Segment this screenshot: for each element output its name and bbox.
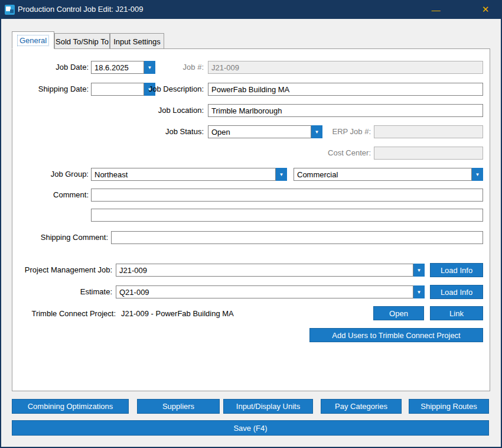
estimate-load-info-button[interactable]: Load Info	[430, 285, 483, 299]
estimate-label: Estimate:	[59, 285, 112, 298]
job-date-label: Job Date:	[24, 61, 89, 74]
save-button[interactable]: Save (F4)	[12, 420, 489, 436]
combining-optimizations-button[interactable]: Combining Optimizations	[12, 399, 129, 414]
minimize-button[interactable]: —	[422, 0, 449, 19]
project-management-job-input[interactable]	[116, 264, 413, 277]
add-users-to-trimble-connect-button[interactable]: Add Users to Trimble Connect Project	[309, 328, 483, 342]
job-date-input[interactable]	[91, 61, 144, 74]
job-description-label: Job Description:	[133, 83, 204, 96]
trimble-connect-project-label: Trimble Connect Project:	[17, 307, 116, 320]
pay-categories-button[interactable]: Pay Categories	[321, 399, 402, 414]
chevron-down-icon: ▼	[417, 290, 422, 295]
erp-job-label: ERP Job #:	[319, 125, 371, 138]
shipping-comment-input[interactable]	[111, 231, 483, 244]
minimize-icon: —	[432, 5, 441, 15]
comment-input-1[interactable]	[91, 189, 483, 202]
dialog-window: Production Control Job Edit: J21-009 — ✕…	[0, 0, 502, 448]
chevron-down-icon: ▼	[279, 172, 284, 177]
project-management-job-label: Project Management Job:	[17, 264, 112, 277]
close-icon: ✕	[482, 4, 490, 15]
shipping-comment-label: Shipping Comment:	[17, 231, 108, 244]
tab-sold-to-label: Sold To/Ship To	[56, 37, 109, 46]
job-description-input[interactable]	[208, 83, 483, 96]
shipping-routes-button[interactable]: Shipping Routes	[409, 399, 489, 414]
tab-general[interactable]: General	[12, 31, 54, 49]
job-date-dropdown-icon[interactable]: ▼	[144, 61, 155, 74]
tab-input-settings[interactable]: Input Settings	[110, 33, 164, 49]
estimate-input[interactable]	[116, 285, 413, 298]
job-location-label: Job Location:	[139, 104, 204, 117]
job-number-input	[208, 61, 483, 74]
job-number-label: Job #:	[168, 61, 204, 74]
title-bar: Production Control Job Edit: J21-009 — ✕	[0, 0, 502, 19]
cost-center-label: Cost Center:	[312, 147, 371, 160]
pm-job-load-info-button[interactable]: Load Info	[430, 263, 483, 277]
trimble-connect-project-value: J21-009 - PowerFab Building MA	[121, 307, 234, 320]
tab-general-label: General	[18, 35, 48, 46]
estimate-dropdown-icon[interactable]: ▼	[413, 285, 425, 298]
comment-input-2[interactable]	[91, 209, 483, 222]
job-status-label: Job Status:	[145, 125, 204, 138]
chevron-down-icon: ▼	[475, 172, 480, 177]
job-category-dropdown-icon[interactable]: ▼	[472, 168, 483, 181]
chevron-down-icon: ▼	[148, 65, 152, 70]
job-status-input[interactable]	[208, 125, 311, 138]
app-icon	[5, 5, 15, 15]
tab-sold-to-ship-to[interactable]: Sold To/Ship To	[54, 33, 110, 49]
job-location-input[interactable]	[208, 104, 483, 117]
trimble-connect-link-button[interactable]: Link	[430, 306, 483, 320]
tab-input-settings-label: Input Settings	[113, 37, 161, 46]
job-group-dropdown-icon[interactable]: ▼	[276, 168, 287, 181]
trimble-connect-open-button[interactable]: Open	[373, 306, 424, 320]
job-group-label: Job Group:	[30, 168, 89, 181]
shipping-date-label: Shipping Date:	[18, 83, 89, 96]
cost-center-input	[374, 147, 483, 160]
input-display-units-button[interactable]: Input/Display Units	[223, 399, 313, 414]
job-category-input[interactable]	[294, 168, 472, 181]
project-management-job-dropdown-icon[interactable]: ▼	[413, 264, 425, 277]
erp-job-input	[374, 125, 483, 138]
job-group-input[interactable]	[91, 168, 276, 181]
window-title: Production Control Job Edit: J21-009	[18, 0, 143, 19]
comment-label: Comment:	[32, 189, 89, 202]
suppliers-button[interactable]: Suppliers	[137, 399, 220, 414]
chevron-down-icon: ▼	[417, 268, 422, 273]
close-button[interactable]: ✕	[472, 0, 499, 19]
